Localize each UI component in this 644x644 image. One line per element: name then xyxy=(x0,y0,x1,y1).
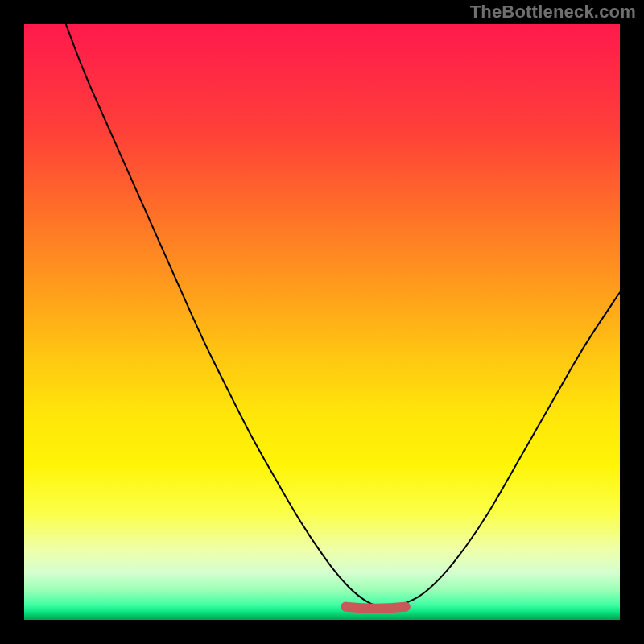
bottleneck-curve xyxy=(66,24,620,607)
valley-end-dot xyxy=(401,602,411,612)
chart-frame: TheBottleneck.com xyxy=(0,0,644,644)
valley-highlight xyxy=(346,607,406,609)
valley-start-dot xyxy=(341,602,351,612)
curve-layer xyxy=(24,24,620,620)
watermark-text: TheBottleneck.com xyxy=(470,3,636,21)
